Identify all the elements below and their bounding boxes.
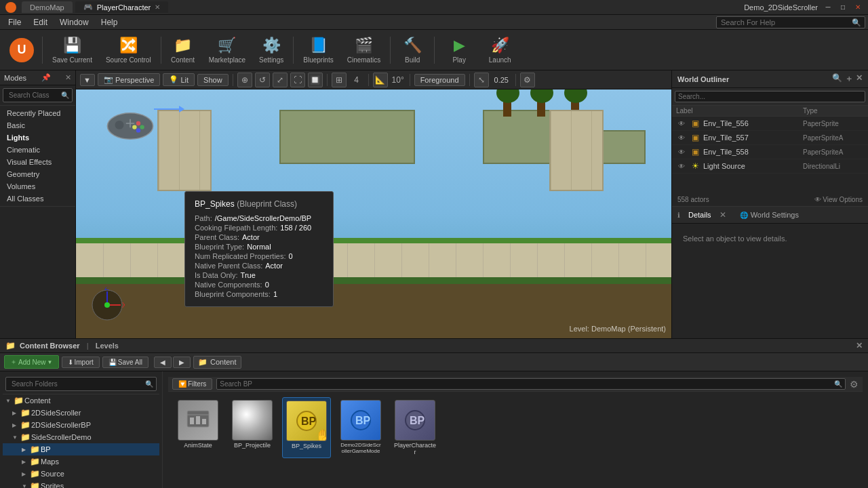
vp-zoom-expand-icon[interactable]: ⤡	[474, 73, 489, 87]
tab-playercharacter-label: PlayerCharacter	[97, 3, 151, 12]
wo-eye-icon-4[interactable]: 👁	[676, 161, 687, 171]
close-icon[interactable]: ✕	[155, 3, 160, 11]
menu-edit[interactable]: Edit	[28, 16, 53, 28]
cb-search-bp-input[interactable]	[220, 380, 834, 388]
filters-button[interactable]: 🔽 Filters	[172, 378, 212, 390]
forward-button[interactable]: ▶	[173, 357, 191, 368]
wo-eye-icon-2[interactable]: 👁	[676, 132, 687, 143]
tree-node-content[interactable]: ▼ 📁 Content	[3, 394, 159, 407]
vp-rotate-icon[interactable]: ↺	[255, 73, 270, 87]
tree-node-sidescrollerdemo[interactable]: ▼ 📁 SideScrollerDemo	[3, 431, 159, 443]
cb-search-bp-bar: 🔍	[216, 378, 846, 390]
save-current-button[interactable]: 💾 Save Current	[47, 33, 98, 66]
foreground-label: Foreground	[420, 76, 459, 84]
wo-eye-icon-1[interactable]: 👁	[676, 118, 687, 129]
wo-row-env-tile-558[interactable]: 👁 ▣ Env_Tile_558 PaperSpriteA	[672, 145, 868, 159]
tree-node-sprites[interactable]: ▼ 📁 Sprites	[3, 480, 159, 488]
cb-search-input[interactable]	[9, 379, 145, 389]
content-path-bar[interactable]: 📁 Content	[193, 356, 241, 369]
vp-scale-icon[interactable]: ⤢	[273, 73, 288, 87]
tree-node-maps[interactable]: ▶ 📁 Maps	[3, 455, 159, 468]
wo-row-env-tile-556[interactable]: 👁 ▣ Env_Tile_556 PaperSprite	[672, 117, 868, 131]
build-button[interactable]: 🔨 Build	[395, 33, 430, 66]
foreground-btn[interactable]: Foreground	[414, 74, 465, 86]
wo-col-type: Type	[803, 107, 864, 115]
search-class-input[interactable]	[6, 90, 61, 100]
tab-playercharacter[interactable]: 🎮 PlayerCharacter ✕	[75, 1, 168, 13]
menu-help[interactable]: Help	[96, 16, 123, 28]
lit-btn[interactable]: 💡 Lit	[163, 73, 195, 86]
modes-close-icon[interactable]: ✕	[65, 73, 71, 82]
lit-label: Lit	[180, 76, 189, 84]
asset-thumb-animstate	[178, 400, 218, 441]
content-label: Content	[171, 56, 195, 64]
source-control-button[interactable]: 🔀 Source Control	[100, 33, 157, 66]
levels-tab[interactable]: Levels	[96, 342, 119, 350]
modes-cinematic[interactable]: Cinematic	[3, 144, 73, 156]
vp-cam-icon[interactable]: 📐	[373, 73, 388, 87]
source-control-label: Source Control	[106, 56, 151, 64]
menu-window[interactable]: Window	[54, 16, 94, 28]
modes-geometry[interactable]: Geometry	[3, 168, 73, 180]
cb-close-btn[interactable]: ✕	[856, 341, 863, 350]
minimize-button[interactable]: ─	[823, 3, 833, 12]
wo-add-icon[interactable]: ＋	[845, 73, 853, 85]
marketplace-button[interactable]: 🛒 Marketplace	[203, 33, 251, 66]
wo-close-icon[interactable]: ✕	[856, 73, 863, 85]
asset-bp-spikes[interactable]: BP ✋ BP_Spikes	[282, 397, 331, 458]
modes-recently-placed[interactable]: Recently Placed	[3, 107, 73, 119]
menu-file[interactable]: File	[3, 16, 26, 28]
vp-translate-icon[interactable]: ⊕	[237, 73, 252, 87]
asset-animstate[interactable]: AnimState	[174, 397, 222, 458]
import-label: Import	[75, 359, 94, 366]
modes-volumes[interactable]: Volumes	[3, 180, 73, 192]
details-tab[interactable]: Details	[683, 209, 717, 220]
modes-basic[interactable]: Basic	[3, 119, 73, 131]
tab-demomap[interactable]: DemoMap	[22, 1, 73, 13]
perspective-btn[interactable]: 📷 Perspective	[98, 73, 160, 86]
wo-eye-icon-3[interactable]: 👁	[676, 146, 687, 157]
launch-button[interactable]: 🚀 Launch	[482, 33, 517, 66]
back-button[interactable]: ◀	[154, 357, 172, 368]
tree-node-2dsidescroller[interactable]: ▶ 📁 2DSideScroller	[3, 407, 159, 419]
cinematics-button[interactable]: 🎬 Cinematics	[342, 33, 386, 66]
tree-node-2dsidescrollerbp[interactable]: ▶ 📁 2DSideScrollerBP	[3, 419, 159, 431]
wo-row-env-tile-557[interactable]: 👁 ▣ Env_Tile_557 PaperSpriteA	[672, 131, 868, 145]
wo-row-light-source[interactable]: 👁 ☀ Light Source DirectionalLi	[672, 159, 868, 174]
settings-button[interactable]: ⚙️ Settings	[254, 33, 289, 66]
close-window-button[interactable]: ✕	[853, 3, 863, 12]
asset-bp-projectile[interactable]: BP_Projectile	[228, 397, 277, 458]
wo-search-input[interactable]	[675, 91, 865, 102]
viewport-menu-btn[interactable]: ▼	[80, 74, 95, 86]
modes-visual-effects[interactable]: Visual Effects	[3, 156, 73, 168]
import-button[interactable]: ⬇ Import	[62, 357, 100, 368]
help-search-input[interactable]	[716, 16, 865, 28]
asset-name-gamemode: Demo2DSideScrollerGameMode	[339, 442, 382, 454]
wo-search-icon[interactable]: 🔍	[832, 73, 842, 85]
add-new-button[interactable]: ＋ Add New ▼	[4, 355, 59, 369]
viewport[interactable]: X Z Level: DemoMap (Persistent)	[76, 89, 671, 338]
asset-playercharacter[interactable]: BP PlayerCharacter	[391, 397, 439, 458]
play-button[interactable]: ▶ Play	[439, 33, 479, 66]
tree-node-source[interactable]: ▶ 📁 Source	[3, 468, 159, 480]
blueprints-icon: 📘	[309, 36, 328, 55]
vp-maxview-icon[interactable]: ⛶	[290, 73, 305, 87]
maximize-button[interactable]: □	[838, 3, 848, 12]
cb-settings-icon[interactable]: ⚙	[850, 379, 859, 390]
vp-grid-icon[interactable]: ⊞	[332, 73, 347, 87]
tree-node-bp[interactable]: ▶ 📁 BP	[3, 443, 159, 455]
world-settings-tab[interactable]: 🌐 World Settings	[734, 209, 804, 220]
blueprints-button[interactable]: 📘 Blueprints	[298, 33, 338, 66]
show-btn[interactable]: Show	[197, 74, 229, 86]
vp-snap-icon[interactable]: 🔲	[308, 73, 323, 87]
details-close-icon[interactable]: ✕	[719, 210, 726, 220]
save-all-button[interactable]: 💾 Save All	[102, 357, 149, 368]
modes-all-classes[interactable]: All Classes	[3, 192, 73, 205]
content-button[interactable]: 📁 Content	[165, 33, 201, 66]
vp-settings-icon[interactable]: ⚙	[520, 73, 535, 87]
modes-lights[interactable]: Lights	[3, 131, 73, 144]
wo-view-options-btn[interactable]: 👁 View Options	[814, 196, 863, 203]
source-control-icon: 🔀	[119, 36, 138, 55]
asset-gamemode[interactable]: BP Demo2DSideScrollerGameMode	[336, 397, 385, 458]
modes-pin-icon[interactable]: 📌	[41, 73, 51, 82]
